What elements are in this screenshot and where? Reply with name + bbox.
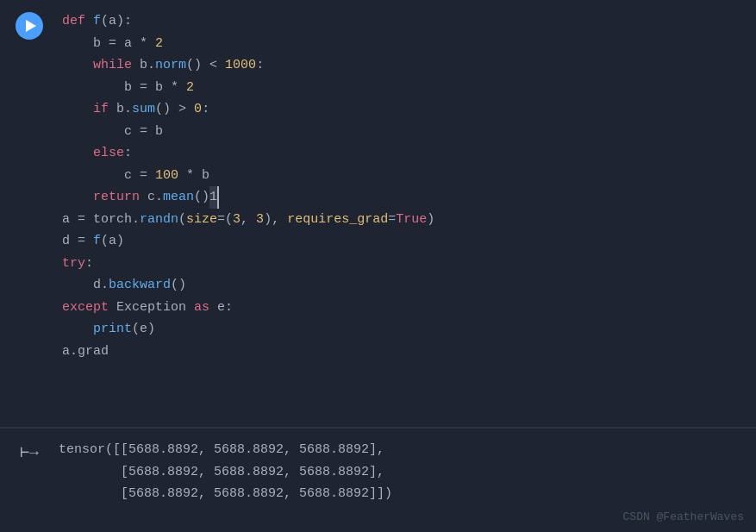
code-line-8: c = 100 * b	[62, 165, 749, 187]
output-line-1: tensor([[5688.8892, 5688.8892, 5688.8892…	[59, 439, 746, 461]
code-line-12: try:	[62, 253, 749, 275]
run-button[interactable]	[16, 12, 43, 40]
code-line-7: else:	[62, 142, 749, 165]
code-content: def f(a): b = a * 2 while b.norm() < 100…	[59, 7, 756, 420]
output-gutter: ⊢→	[0, 439, 59, 522]
output-line-3: [5688.8892, 5688.8892, 5688.8892]])	[59, 483, 746, 505]
code-line-1: def f(a):	[62, 10, 749, 33]
code-line-3: while b.norm() < 1000:	[62, 54, 749, 77]
output-content: tensor([[5688.8892, 5688.8892, 5688.8892…	[59, 439, 756, 522]
code-line-2: b = a * 2	[62, 33, 749, 55]
code-line-16: a.grad	[62, 341, 749, 363]
code-line-13: d.backward()	[62, 274, 749, 297]
code-area: def f(a): b = a * 2 while b.norm() < 100…	[0, 0, 756, 427]
code-line-14: except Exception as e:	[62, 297, 749, 319]
watermark: CSDN @FeatherWaves	[623, 510, 744, 523]
main-container: def f(a): b = a * 2 while b.norm() < 100…	[0, 0, 756, 532]
code-line-10: a = torch.randn(size=(3, 3), requires_gr…	[62, 209, 749, 231]
run-icon	[26, 20, 36, 32]
code-line-6: c = b	[62, 121, 749, 143]
output-icon: ⊢→	[20, 442, 39, 461]
code-line-11: d = f(a)	[62, 230, 749, 253]
code-line-4: b = b * 2	[62, 77, 749, 99]
code-line-9: return c.mean()1	[62, 186, 749, 209]
code-line-5: if b.sum() > 0:	[62, 98, 749, 121]
code-line-15: print(e)	[62, 318, 749, 341]
output-line-2: [5688.8892, 5688.8892, 5688.8892],	[59, 461, 746, 484]
code-gutter	[0, 7, 59, 420]
